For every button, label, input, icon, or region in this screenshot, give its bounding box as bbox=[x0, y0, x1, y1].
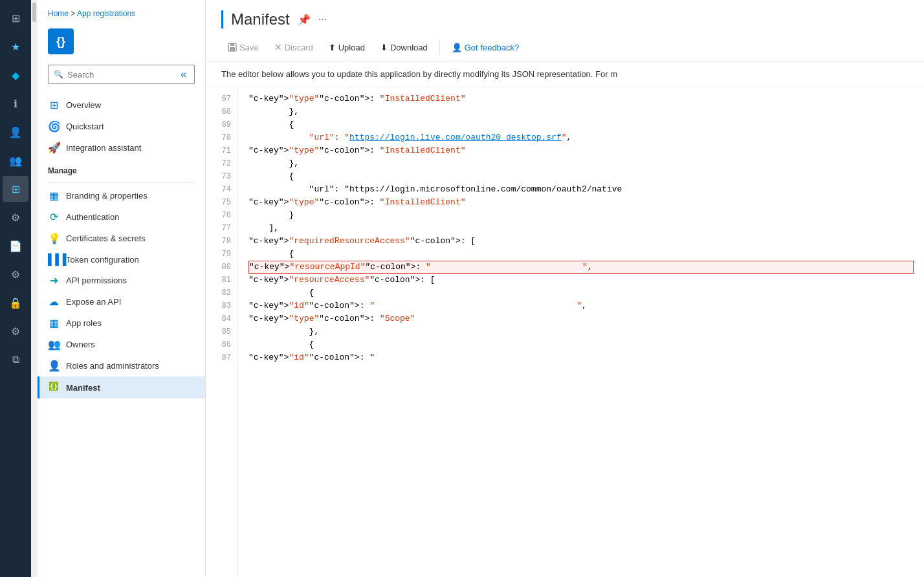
sidebar-item-label: Quickstart bbox=[66, 122, 104, 131]
upload-icon: ⬆ bbox=[329, 43, 336, 52]
download-icon: ⬇ bbox=[380, 43, 388, 52]
line-number: 81 bbox=[206, 274, 237, 287]
line-number: 78 bbox=[206, 235, 237, 248]
sidebar-item-roles-admins[interactable]: 👤 Roles and administrators bbox=[38, 355, 205, 376]
breadcrumb-home[interactable]: Home bbox=[48, 9, 69, 18]
line-number: 70 bbox=[206, 131, 237, 144]
description-text: The editor below allows you to update th… bbox=[206, 61, 924, 87]
api-icon: ➜ bbox=[48, 274, 60, 287]
sidebar-item-integration-assistant[interactable]: 🚀 Integration assistant bbox=[38, 137, 205, 158]
pin-icon[interactable]: 📌 bbox=[298, 14, 311, 26]
code-line[interactable]: }, bbox=[248, 157, 914, 170]
favorites-icon[interactable]: ★ bbox=[3, 34, 28, 60]
sidebar-item-label: Branding & properties bbox=[66, 191, 148, 201]
code-line[interactable]: "c-key">"id""c-colon">: " bbox=[248, 351, 914, 364]
line-number: 72 bbox=[206, 157, 237, 170]
app-roles-icon: ▦ bbox=[48, 317, 60, 329]
breadcrumb-current[interactable]: App registrations bbox=[77, 9, 135, 18]
editor-area[interactable]: 6768697071727374757677787980818283848586… bbox=[206, 87, 924, 577]
feedback-label: Got feedback? bbox=[465, 43, 520, 52]
code-line[interactable]: "url": "https://login.microsoftonline.co… bbox=[248, 183, 914, 196]
sidebar-item-label: Overview bbox=[66, 100, 101, 110]
enterprise-icon[interactable]: ⊞ bbox=[3, 176, 28, 202]
config-icon[interactable]: ⚙ bbox=[3, 318, 28, 344]
svg-rect-4 bbox=[230, 47, 235, 50]
app-icon: {} bbox=[48, 28, 74, 54]
code-content[interactable]: "c-key">"type""c-colon">: "InstalledClie… bbox=[238, 87, 924, 577]
sidebar-item-label: Expose an API bbox=[66, 297, 121, 307]
save-button[interactable]: Save bbox=[221, 39, 265, 56]
users-icon[interactable]: 👤 bbox=[3, 119, 28, 145]
sidebar-scrollbar[interactable] bbox=[31, 0, 38, 577]
search-input[interactable] bbox=[67, 70, 174, 80]
section-divider bbox=[48, 182, 195, 182]
scrollbar-thumb bbox=[32, 3, 36, 22]
sidebar-item-authentication[interactable]: ⟳ Authentication bbox=[38, 206, 205, 228]
code-line[interactable]: "c-key">"type""c-colon">: "InstalledClie… bbox=[248, 144, 914, 157]
more-options-icon[interactable]: ··· bbox=[318, 14, 327, 25]
home-icon[interactable]: ⊞ bbox=[3, 5, 28, 31]
owners-icon: 👥 bbox=[48, 338, 60, 351]
code-line[interactable]: "c-key">"type""c-colon">: "InstalledClie… bbox=[248, 93, 914, 105]
line-number: 68 bbox=[206, 105, 237, 118]
code-line[interactable]: "c-key">"resourceAccess""c-colon">: [ bbox=[248, 274, 914, 287]
download-label: Download bbox=[390, 43, 428, 52]
code-line[interactable]: "c-key">"resourceAppId""c-colon">: " ", bbox=[248, 261, 914, 274]
sidebar-item-certificates[interactable]: 💡 Certificates & secrets bbox=[38, 228, 205, 249]
sidebar-item-quickstart[interactable]: 🌀 Quickstart bbox=[38, 116, 205, 137]
sidebar-item-app-roles[interactable]: ▦ App roles bbox=[38, 312, 205, 334]
code-line[interactable]: "url": "https://login.live.com/oauth20_d… bbox=[248, 131, 914, 144]
documents-icon[interactable]: 📄 bbox=[3, 233, 28, 259]
feedback-button[interactable]: 👤 Got feedback? bbox=[445, 39, 526, 56]
code-line[interactable]: ], bbox=[248, 222, 914, 235]
lock-icon[interactable]: 🔒 bbox=[3, 290, 28, 316]
line-number: 69 bbox=[206, 118, 237, 131]
code-line[interactable]: "c-key">"requiredResourceAccess""c-colon… bbox=[248, 235, 914, 248]
managed-icon[interactable]: ⚙ bbox=[3, 204, 28, 230]
line-number: 76 bbox=[206, 209, 237, 222]
sidebar-item-api-permissions[interactable]: ➜ API permissions bbox=[38, 270, 205, 291]
azure-icon[interactable]: ◆ bbox=[3, 62, 28, 88]
roles-icon: 👤 bbox=[48, 360, 60, 372]
code-line[interactable]: { bbox=[248, 248, 914, 261]
code-line[interactable]: } bbox=[248, 209, 914, 222]
sidebar-item-label: Integration assistant bbox=[66, 143, 141, 153]
code-line[interactable]: { bbox=[248, 170, 914, 183]
main-header: Manifest 📌 ··· Save ✕ Discard ⬆ Upload bbox=[206, 0, 924, 61]
code-line[interactable]: "c-key">"type""c-colon">: "InstalledClie… bbox=[248, 196, 914, 209]
discard-label: Discard bbox=[285, 43, 313, 52]
sidebar-item-manifest[interactable]: {} Manifest bbox=[38, 376, 205, 398]
collapse-button[interactable]: « bbox=[178, 69, 189, 80]
upload-button[interactable]: ⬆ Upload bbox=[322, 39, 371, 56]
sidebar-item-label: Certificates & secrets bbox=[66, 234, 146, 243]
discard-button[interactable]: ✕ Discard bbox=[268, 39, 320, 56]
line-number: 84 bbox=[206, 312, 237, 325]
sidebar-item-label: Owners bbox=[66, 340, 95, 349]
code-line[interactable]: { bbox=[248, 338, 914, 351]
code-line[interactable]: }, bbox=[248, 105, 914, 118]
line-number: 77 bbox=[206, 222, 237, 235]
sidebar-item-branding[interactable]: ▦ Branding & properties bbox=[38, 185, 205, 206]
code-line[interactable]: "c-key">"type""c-colon">: "Scope" bbox=[248, 312, 914, 325]
sidebar-item-label: Authentication bbox=[66, 212, 119, 222]
code-line[interactable]: "c-key">"id""c-colon">: " ", bbox=[248, 299, 914, 312]
code-line[interactable]: { bbox=[248, 118, 914, 131]
info-icon[interactable]: ℹ bbox=[3, 91, 28, 116]
main-content: Manifest 📌 ··· Save ✕ Discard ⬆ Upload bbox=[206, 0, 924, 577]
groups-icon[interactable]: 👥 bbox=[3, 147, 28, 173]
download-button[interactable]: ⬇ Download bbox=[374, 39, 434, 56]
sidebar-item-token[interactable]: ▌▌▌ Token configuration bbox=[38, 249, 205, 270]
code-line[interactable]: }, bbox=[248, 325, 914, 338]
manage-section-label: Manage bbox=[38, 158, 205, 179]
sidebar-item-overview[interactable]: ⊞ Overview bbox=[38, 94, 205, 116]
quickstart-icon: 🌀 bbox=[48, 120, 60, 133]
manifest-icon: {} bbox=[48, 381, 60, 394]
copy-icon[interactable]: ⧉ bbox=[3, 347, 28, 373]
toolbar: Save ✕ Discard ⬆ Upload ⬇ Download 👤 Got… bbox=[221, 39, 908, 61]
sidebar-item-expose-api[interactable]: ☁ Expose an API bbox=[38, 291, 205, 312]
sidebar-item-label: Roles and administrators bbox=[66, 361, 159, 371]
auth-icon: ⟳ bbox=[48, 211, 60, 223]
code-line[interactable]: { bbox=[248, 287, 914, 299]
sidebar-item-owners[interactable]: 👥 Owners bbox=[38, 334, 205, 355]
settings-icon[interactable]: ⚙ bbox=[3, 261, 28, 287]
